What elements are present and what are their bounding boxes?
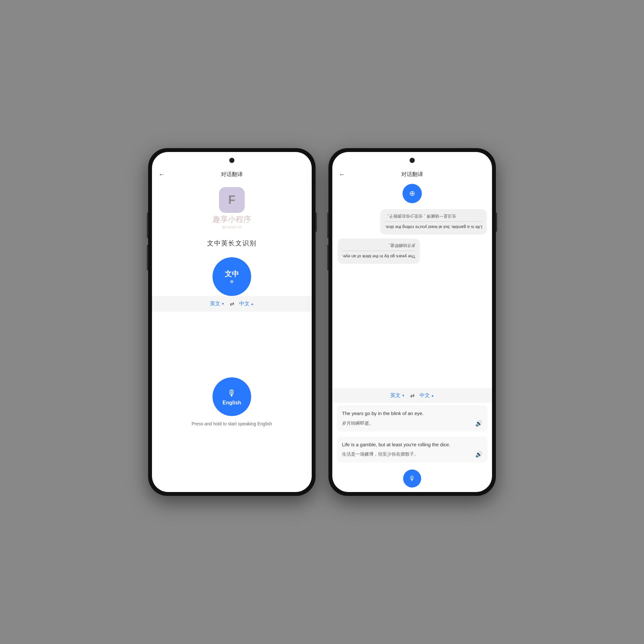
bubble-2-english: The years go by in the blink of an eye. — [342, 253, 415, 260]
mic-section: 🎙 English Press and hold to start speaki… — [192, 312, 272, 492]
bubble-1-english: Life is a gamble, but at least you're ro… — [385, 224, 482, 231]
recognition-label: 文中英长文识别 — [207, 239, 257, 248]
page-title-right: 对话翻译 — [401, 171, 423, 178]
camera-dot-left — [229, 158, 234, 163]
card-1-chinese-row: 岁月转瞬即逝。 🔊 — [342, 420, 482, 427]
card-2-chinese-row: 生活是一场赌博，但至少你在掷骰子。 🔊 — [342, 451, 482, 458]
side-button-right-phone — [496, 213, 497, 232]
mic-button-right[interactable]: 🎙 — [403, 469, 421, 488]
side-button-right-phone-left2 — [327, 245, 328, 270]
chat-avatar-area: ⊕ — [332, 181, 492, 206]
side-button-right-phone-left — [327, 213, 328, 238]
side-button-left-1 — [147, 213, 148, 238]
watermark-area: F 趣享小程序 qx.oovc.cc — [213, 187, 251, 229]
top-nav-left: ← 对话翻译 — [152, 168, 312, 181]
language-circle-button[interactable]: 文中 ⊕ — [213, 257, 251, 296]
back-button-left[interactable]: ← — [158, 171, 165, 178]
mic-label: English — [223, 400, 241, 406]
chat-bottom-section: The years go by in the blink of an eye. … — [332, 403, 492, 492]
chat-area-top: Life is a gamble, but at least you're ro… — [332, 206, 492, 388]
language-selector-bar-right: 英文 ▼ ⇄ 中文 ▲ — [332, 388, 492, 403]
mic-icon-right: 🎙 — [409, 475, 415, 482]
circle-sub: ⊕ — [230, 279, 234, 284]
phone-right: ← 对话翻译 ⊕ Life is a gamble, but at least … — [328, 148, 496, 496]
bubble-1-chinese: 生活是一场赌博，但至少你在掷骰子。 — [385, 213, 482, 220]
phone2-content: ⊕ Life is a gamble, but at least you're … — [332, 181, 492, 492]
camera-dot-right — [410, 158, 415, 163]
language-selector-bar-left: 英文 ▼ ⇄ 中文 ▲ — [152, 296, 312, 312]
target-language-left[interactable]: 中文 ▲ — [239, 300, 254, 307]
card-2-chinese: 生活是一场赌博，但至少你在掷骰子。 — [342, 451, 419, 457]
avatar-circle: ⊕ — [403, 184, 422, 203]
speaker-icon-2[interactable]: 🔊 — [475, 451, 482, 458]
watermark-url: qx.oovc.cc — [222, 224, 241, 229]
circle-icon: 文中 — [225, 269, 239, 279]
page-title-left: 对话翻译 — [221, 171, 243, 178]
phone-left: ← 对话翻译 F 趣享小程序 qx.oovc.cc 文中英长文识别 文中 ⊕ — [148, 148, 316, 496]
card-2-english: Life is a gamble, but at least you're ro… — [342, 441, 482, 449]
mic-button-left[interactable]: 🎙 English — [213, 377, 251, 416]
translation-card-2: Life is a gamble, but at least you're ro… — [337, 437, 488, 463]
source-language-left[interactable]: 英文 ▼ — [210, 300, 225, 307]
watermark-brand: 趣享小程序 — [213, 214, 251, 224]
watermark-icon: F — [219, 187, 245, 213]
bottom-mic-area: 🎙 — [332, 465, 492, 492]
avatar-icon: ⊕ — [409, 189, 415, 198]
translation-card-1: The years go by in the blink of an eye. … — [337, 405, 488, 431]
mic-icon-left: 🎙 — [227, 388, 236, 399]
phone1-content: F 趣享小程序 qx.oovc.cc 文中英长文识别 文中 ⊕ 英文 ▼ — [152, 181, 312, 492]
bubble-2-chinese: 岁月转瞬即逝。 — [342, 242, 415, 249]
top-nav-right: ← 对话翻译 — [332, 168, 492, 181]
back-button-right[interactable]: ← — [339, 171, 345, 178]
swap-languages-left[interactable]: ⇄ — [230, 301, 234, 307]
press-hint: Press and hold to start speaking English — [192, 421, 272, 426]
side-button-left-2 — [147, 245, 148, 270]
chat-bubble-flipped-2: The years go by in the blink of an eye. … — [337, 238, 420, 264]
scene: ← 对话翻译 F 趣享小程序 qx.oovc.cc 文中英长文识别 文中 ⊕ — [148, 148, 496, 496]
card-1-chinese: 岁月转瞬即逝。 — [342, 421, 374, 426]
swap-languages-right[interactable]: ⇄ — [410, 393, 414, 399]
speaker-icon-1[interactable]: 🔊 — [475, 420, 482, 427]
chat-bubble-flipped-1: Life is a gamble, but at least you're ro… — [380, 209, 487, 234]
phone-right-screen: ← 对话翻译 ⊕ Life is a gamble, but at least … — [332, 152, 492, 492]
side-button-right — [316, 213, 317, 232]
target-language-right[interactable]: 中文 ▲ — [420, 392, 434, 399]
card-1-english: The years go by in the blink of an eye. — [342, 410, 482, 417]
phone-left-screen: ← 对话翻译 F 趣享小程序 qx.oovc.cc 文中英长文识别 文中 ⊕ — [152, 152, 312, 492]
source-language-right[interactable]: 英文 ▼ — [390, 392, 405, 399]
